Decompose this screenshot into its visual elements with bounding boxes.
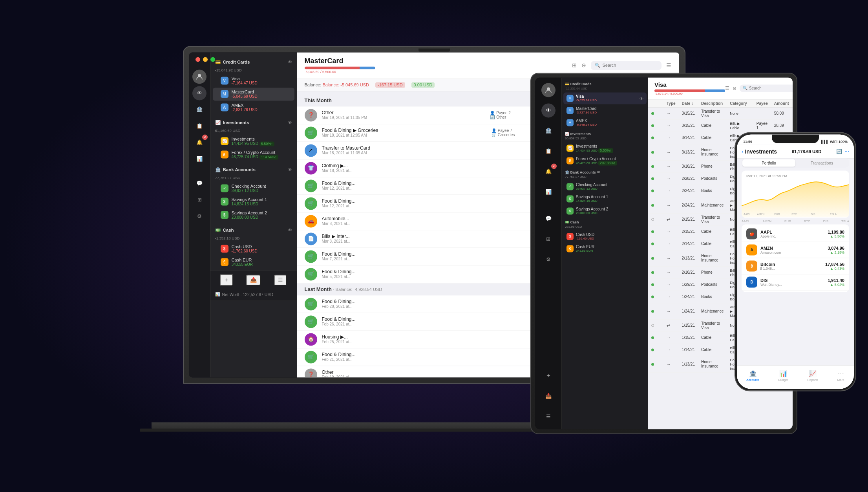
search-box[interactable]: 🔍 (591, 61, 662, 70)
minus-icon[interactable]: ⊖ (581, 62, 586, 68)
col-date[interactable]: Date ↕ (679, 100, 698, 108)
food-icon: 🛒 (305, 268, 317, 280)
amzn-name: AMZN (760, 245, 824, 250)
savings1-item[interactable]: $ Savings Account 1 14,824.15 USD (213, 195, 294, 208)
tablet-chart-icon[interactable]: 📊 (541, 185, 556, 199)
bills-icon: 📄 (305, 232, 317, 245)
eye-toggle[interactable]: 👁 (288, 60, 292, 64)
visa-account-item[interactable]: V Visa -7,164.47 USD (213, 74, 294, 87)
tablet-filter-icon[interactable]: ☰ (541, 410, 556, 424)
tx-name: Clothing ▶... (322, 163, 492, 168)
t-sav1-item[interactable]: $ Savings Account 1 14,824.15 USD (563, 193, 647, 205)
tablet-import-icon[interactable]: 📥 (541, 389, 556, 403)
tablet-eye-icon[interactable]: 👁 (541, 103, 556, 117)
t-bank-eye[interactable]: 👁 (597, 170, 600, 174)
notification-icon[interactable]: 🔔 2 (192, 135, 206, 150)
t-cash-usd-item[interactable]: $ Cash USD -126.46 USD (563, 230, 647, 242)
tx-name: Automobile... (322, 216, 492, 221)
t-mc-item[interactable]: M MasterCard -3,727.96 USD (563, 104, 647, 116)
aapl-stock-item[interactable]: 🍎 AAPL Apple Inc. 1,109.80 ▲ 5.50% (742, 226, 849, 242)
tablet-sidebar-icons: 👁 🏦 📋 🔔 2 📊 💬 ⊞ ⚙ ＋ 📥 ☰ (535, 77, 562, 429)
copy-icon[interactable]: 📋 (192, 119, 206, 133)
tab-portfolio[interactable]: Portfolio (742, 159, 795, 166)
tablet-minus-icon[interactable]: ⊖ (733, 86, 736, 91)
amex-account-item[interactable]: A AMEX -2,831.76 USD (213, 101, 294, 114)
tx-info: Food & Dining... Mar 7, 2021 at... (322, 251, 492, 261)
tablet-grid-icon[interactable]: ⊞ (541, 232, 556, 246)
tablet-copy-icon[interactable]: 📋 (541, 144, 556, 158)
tablet-bank-icon[interactable]: 🏦 (541, 124, 556, 138)
traffic-light-red[interactable] (196, 57, 200, 62)
t-cc-total: -16,251.64 USD (562, 87, 648, 92)
investments-eye[interactable]: 👁 (288, 120, 292, 125)
phone-tab-accounts[interactable]: 🏦 Accounts (746, 370, 759, 382)
tablet-search-input[interactable] (749, 86, 780, 90)
t-inv-item[interactable]: 📈 Investments 14,434.95 USD 5.50%↑ (563, 142, 647, 154)
phone-tab-budget[interactable]: 📊 Budget (778, 370, 788, 382)
add-account-button[interactable]: ＋ (220, 274, 233, 286)
import-button[interactable]: 📥 (246, 274, 261, 285)
cash-usd-item[interactable]: $ Cash USD -1,762.60 USD (213, 242, 294, 255)
traffic-light-yellow[interactable] (203, 57, 208, 62)
tablet-search-box[interactable]: 🔍 (740, 84, 793, 92)
mastercard-account-item[interactable]: M MasterCard -5,045.69 USD (213, 88, 294, 101)
t-checking-item[interactable]: ✓ Checking Account 39,937.12 USD (563, 181, 647, 192)
forex-item[interactable]: ₿ Forex / Crypto Account 46,725.74 USD 1… (213, 148, 294, 161)
table-row[interactable]: → 3/15/21 Transfer to Visa None 50.00 -5… (648, 107, 793, 119)
tablet-avatar[interactable] (541, 83, 556, 97)
savings2-name: Savings Account 2 (232, 210, 267, 215)
chart-icon[interactable]: 📊 (192, 152, 206, 166)
t-visa-eye[interactable]: 👁 (640, 95, 643, 102)
btc-stock-item[interactable]: ₿ Bitcoin ₿ 1.048... 17,874.56 ▲ 0.43% (742, 258, 849, 274)
tablet-header-left: Visa -5,675.14 / 8,000.00 (654, 81, 725, 95)
col-balance: Balance (792, 100, 793, 108)
cash-eur-icon: € (221, 258, 228, 266)
chat-icon[interactable]: 💬 (192, 176, 206, 190)
t-cash-eur-icon: € (566, 245, 574, 252)
search-input[interactable] (603, 63, 658, 68)
investments-title: 📈 Investments (215, 120, 249, 125)
tablet-add-icon[interactable]: ＋ (541, 369, 556, 383)
settings-icon[interactable]: ⚙ (192, 209, 206, 223)
filter-button[interactable]: ☰ (274, 274, 287, 285)
t-amex-item[interactable]: A AMEX -6,848.54 USD (563, 117, 647, 128)
dis-stock-item[interactable]: D DIS Walt Disney... 1,911.40 ▲ 5.02% (742, 274, 849, 290)
phone-back-button[interactable]: ‹ (742, 149, 743, 154)
cash-eur-item[interactable]: € Cash EUR 343.55 EUR (213, 256, 294, 269)
tablet-badge: 2 (551, 163, 557, 169)
tab-transactions[interactable]: Transactions (795, 159, 848, 166)
cash-eye[interactable]: 👁 (288, 228, 292, 232)
grid-view-icon[interactable]: ⊞ (572, 62, 577, 68)
credit-cards-header: 💳 Credit Cards 👁 (210, 57, 297, 67)
laptop-notch (418, 48, 450, 51)
tablet-list-icon[interactable]: ☰ (725, 86, 729, 91)
t-cash-eur-item[interactable]: € Cash EUR 343.55 EUR (563, 243, 647, 254)
tablet-chat-icon[interactable]: 💬 (541, 212, 556, 226)
t-sav1-name: Savings Account 1 (576, 195, 608, 199)
traffic-lights (196, 57, 215, 62)
table-row[interactable]: → 3/15/21 Cable Bills ▶ Cable Payee 1 28… (648, 119, 793, 132)
traffic-light-green[interactable] (210, 57, 215, 62)
grid-icon[interactable]: ⊞ (192, 193, 206, 207)
phone-tab-more[interactable]: ⋯ More (837, 370, 844, 382)
tablet-notif-icon[interactable]: 🔔 2 (541, 165, 556, 179)
tablet-settings-icon[interactable]: ⚙ (541, 252, 556, 267)
credit-cards-title: 💳 Credit Cards (215, 59, 250, 65)
filter-icon[interactable]: ☰ (666, 62, 671, 68)
avatar-icon[interactable] (192, 70, 206, 84)
phone-refresh-button[interactable]: 🔄 (836, 148, 842, 154)
savings1-name: Savings Account 1 (232, 197, 267, 202)
phone-tab-reports[interactable]: 📈 Reports (807, 370, 818, 382)
t-visa-item[interactable]: V Visa -5,675.14 USD 👁 (563, 92, 647, 104)
accounts-toolbar: ＋ 📥 ☰ (210, 271, 297, 289)
bank-icon[interactable]: 🏦 (192, 102, 206, 117)
investments-item[interactable]: 📈 Investments 14,434.95 USD 5.50%↑ (213, 135, 294, 148)
bank-eye[interactable]: 👁 (288, 167, 292, 172)
amzn-stock-item[interactable]: A AMZN Amazon.com 3,074.96 ▲ 2.18% (742, 242, 849, 258)
checking-item[interactable]: ✓ Checking Account 39,937.12 USD (213, 182, 294, 195)
t-forex-item[interactable]: ₿ Forex / Crypto Account 46,423.60 USD 2… (563, 155, 647, 167)
phone-more-button[interactable]: ⋯ (844, 148, 849, 154)
t-sav2-item[interactable]: $ Savings Account 2 23,000.00 USD (563, 205, 647, 217)
savings2-item[interactable]: $ Savings Account 2 23,000.00 USD (213, 209, 294, 221)
eye-icon[interactable]: 👁 (192, 86, 206, 100)
